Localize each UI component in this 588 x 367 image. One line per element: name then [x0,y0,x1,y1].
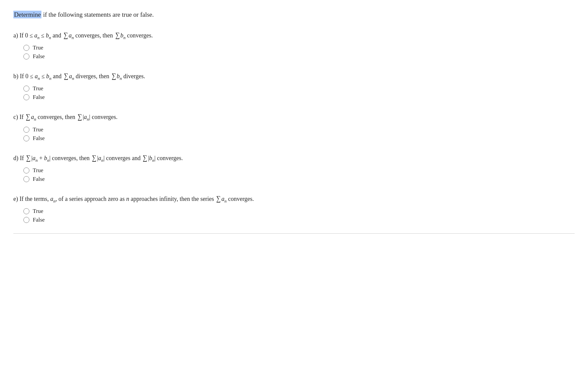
question-c-false-label: False [33,135,45,142]
question-a-true-option[interactable]: True [23,44,575,51]
question-a-true-label: True [33,44,43,51]
question-d-true-label: True [33,167,43,174]
question-b-false-option[interactable]: False [23,94,575,101]
question-b-true-label: True [33,85,43,92]
question-d-statement: d) If ∑|an + bn| converges, then ∑|an| c… [13,152,575,164]
question-d-true-radio[interactable] [23,167,29,173]
question-c-statement: c) If ∑an converges, then ∑|an| converge… [13,111,575,123]
question-b-statement: b) If 0 ≤ an ≤ bn and ∑an diverges, then… [13,70,575,82]
question-c-true-label: True [33,126,43,133]
question-d: d) If ∑|an + bn| converges, then ∑|an| c… [13,152,575,182]
question-d-false-radio[interactable] [23,176,29,182]
question-a-false-radio[interactable] [23,53,29,59]
question-e-true-radio[interactable] [23,208,29,214]
highlight-determine: Determine [13,11,41,18]
question-e-false-radio[interactable] [23,217,29,223]
question-c-true-option[interactable]: True [23,126,575,133]
header-suffix: if the following statements are true or … [43,11,154,18]
question-a-statement: a) If 0 ≤ an ≤ bn and ∑an converges, the… [13,29,575,41]
question-a-false-label: False [33,53,45,60]
question-c-false-radio[interactable] [23,135,29,141]
bottom-divider [13,233,575,234]
question-c-false-option[interactable]: False [23,135,575,142]
question-e-false-option[interactable]: False [23,217,575,223]
question-e-statement: e) If the terms, an, of a series approac… [13,193,575,205]
question-e-true-label: True [33,208,43,215]
header-text: Determine if the following statements ar… [13,10,575,20]
question-d-false-label: False [33,176,45,182]
question-b: b) If 0 ≤ an ≤ bn and ∑an diverges, then… [13,70,575,101]
question-e: e) If the terms, an, of a series approac… [13,193,575,223]
question-d-true-option[interactable]: True [23,167,575,174]
question-d-false-option[interactable]: False [23,176,575,182]
question-e-true-option[interactable]: True [23,208,575,215]
question-b-true-radio[interactable] [23,86,29,92]
question-a-false-option[interactable]: False [23,53,575,60]
question-e-false-label: False [33,217,45,223]
main-container: Determine if the following statements ar… [13,10,575,234]
question-c-true-radio[interactable] [23,127,29,133]
question-b-true-option[interactable]: True [23,85,575,92]
question-c: c) If ∑an converges, then ∑|an| converge… [13,111,575,141]
question-a: a) If 0 ≤ an ≤ bn and ∑an converges, the… [13,29,575,60]
question-b-false-radio[interactable] [23,94,29,100]
question-a-true-radio[interactable] [23,45,29,51]
question-b-false-label: False [33,94,45,101]
